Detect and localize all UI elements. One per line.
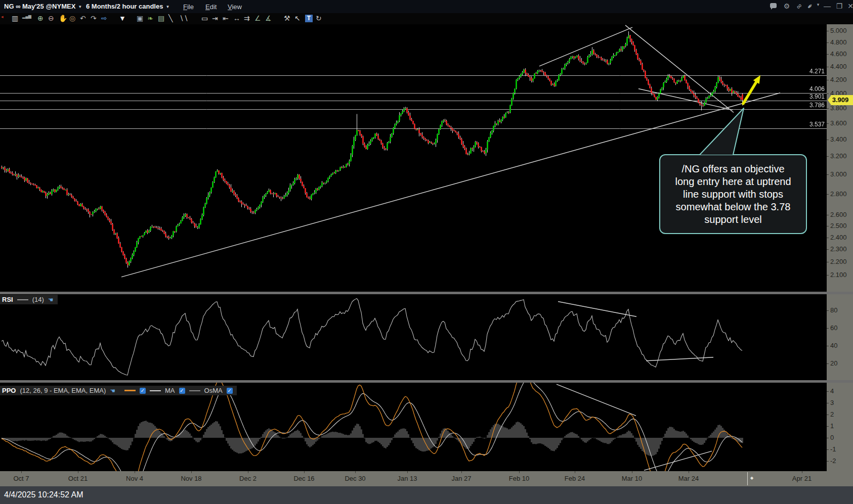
time-axis-tick-mark xyxy=(461,471,462,473)
ma-legend-label: MA xyxy=(165,387,175,394)
rsi-settings-icon[interactable]: ☚ xyxy=(48,296,54,303)
price-axis-tick: 4.400 xyxy=(830,63,847,70)
bar-spacing-icon[interactable]: ↔ xyxy=(233,14,240,22)
maximize-icon[interactable]: ❐ xyxy=(835,2,844,10)
ppo-checkbox[interactable]: ✓ xyxy=(140,388,146,394)
menu-item-edit[interactable]: Edit xyxy=(205,3,217,11)
timeframe-selector[interactable]: 6 Months/2 hour candles▼ xyxy=(86,3,169,10)
time-axis-label: Dec 30 xyxy=(345,475,365,482)
cursor-tool-icon[interactable]: ↖ xyxy=(294,14,301,22)
ppo-axis-tick-mark xyxy=(827,438,829,438)
ppo-axis-tick: 4 xyxy=(830,387,834,395)
level-label-4.271: 4.271 xyxy=(794,68,825,75)
zoom-in-icon[interactable]: ⊕ xyxy=(37,14,44,22)
callout-text-line: long entry here at uptrend xyxy=(675,175,791,188)
refresh-icon[interactable]: ↻ xyxy=(316,14,322,22)
level-label-3.537: 3.537 xyxy=(794,121,825,128)
price-axis-tick-mark xyxy=(827,215,829,215)
collapse-panel-icon[interactable]: ◂ xyxy=(1,14,4,19)
price-rsi-separator[interactable] xyxy=(0,292,853,294)
undo-icon[interactable]: ↶ xyxy=(80,14,86,22)
expand-bar-right-icon[interactable]: ⇥ xyxy=(212,14,218,22)
rsi-param: (14) xyxy=(32,296,44,303)
price-axis-tick: 4.600 xyxy=(830,50,847,58)
ppo-axis-tick: 3 xyxy=(830,399,834,406)
price-axis-tick: 2.300 xyxy=(830,245,847,253)
zoom-out-icon[interactable]: ⊖ xyxy=(48,14,54,22)
price-axis-tick-mark xyxy=(827,140,829,140)
price-axis-tick: 2.100 xyxy=(830,271,847,279)
session-separator-line xyxy=(747,472,748,485)
angle-tool-icon[interactable]: ∠ xyxy=(254,14,261,22)
level-label-3.901: 3.901 xyxy=(794,93,825,100)
sell-marker-icon[interactable]: ▼ xyxy=(119,14,126,22)
time-axis-tick-mark xyxy=(632,471,632,473)
osma-checkbox[interactable]: ✓ xyxy=(227,388,233,394)
pointer-arrow-icon[interactable]: ⇨ xyxy=(101,14,107,22)
price-axis-tick-mark xyxy=(827,156,829,157)
rectangle-tool-icon[interactable]: ▭ xyxy=(201,14,208,22)
close-icon[interactable]: ✕ xyxy=(846,2,853,10)
osma-line-sample xyxy=(189,390,200,391)
link-icon[interactable]: ∞ xyxy=(793,0,805,12)
ma-checkbox[interactable]: ✓ xyxy=(179,388,185,394)
time-axis-label: Apr 21 xyxy=(792,475,812,482)
crosshair-icon[interactable]: ◎ xyxy=(69,14,75,22)
price-axis-tick: 3.600 xyxy=(830,119,847,127)
multiline-tool-icon[interactable]: ∖∖ xyxy=(179,14,188,22)
ppo-settings-icon[interactable]: ☚ xyxy=(110,387,115,394)
price-axis-tick: 2.400 xyxy=(830,234,847,241)
chat-bubble-tail xyxy=(771,8,773,10)
pan-hand-icon[interactable]: ✋ xyxy=(59,14,67,22)
rsi-axis-tick-mark xyxy=(827,363,829,364)
ppo-axis-tick: -1 xyxy=(830,445,836,453)
rsi-panel-header[interactable]: RSI (14) ☚ xyxy=(0,295,58,304)
time-axis-tick-mark xyxy=(689,471,689,473)
expand-bar-left-icon[interactable]: ⇤ xyxy=(223,14,229,22)
time-axis-label: Feb 10 xyxy=(509,475,529,482)
time-axis-label: Mar 24 xyxy=(678,475,699,482)
gear-icon[interactable]: ⚙ xyxy=(782,2,791,10)
rsi-axis-tick: 60 xyxy=(830,324,837,332)
drawing-toolbar: ◂▥▂▄▆⊕⊖✋◎↶↷⇨▼▣❧▤╲∖∖▭⇥⇤↔⇉∠∡⚒↖T↻ xyxy=(0,13,853,24)
time-axis-label: Nov 18 xyxy=(181,475,201,482)
status-datetime: 4/4/2025 10:24:52 AM xyxy=(4,490,83,499)
wrench-icon[interactable]: ⚒ xyxy=(284,14,290,22)
annotation-callout[interactable]: /NG offers an objectivelong entry here a… xyxy=(659,154,807,234)
redo-icon[interactable]: ↷ xyxy=(91,14,97,22)
ppo-axis-tick-mark xyxy=(827,461,829,462)
strategy-icon[interactable]: ❧ xyxy=(147,14,153,22)
rsi-axis-tick: 40 xyxy=(830,342,837,349)
symbol-title[interactable]: NG ∞ May'25 @NYMEX▼ xyxy=(4,3,82,10)
session-diamond-icon: ◆ xyxy=(750,476,753,480)
grid-tool-icon[interactable]: ▤ xyxy=(158,14,164,22)
bar-chart-icon[interactable]: ▂▄▆ xyxy=(22,14,31,19)
candlestick-chart-icon[interactable]: ▥ xyxy=(12,14,18,22)
price-axis-tick-mark xyxy=(827,80,829,80)
text-tool-icon[interactable]: T xyxy=(305,15,313,22)
price-axis-tick-mark xyxy=(827,262,829,262)
ppo-axis-tick-mark xyxy=(827,449,829,450)
menu-item-view[interactable]: View xyxy=(228,3,242,11)
rsi-ppo-separator[interactable] xyxy=(0,380,853,383)
time-axis-tick-mark xyxy=(191,471,192,473)
time-axis-strip[interactable]: Oct 7Oct 21Nov 4Nov 18Dec 2Dec 16Dec 30J… xyxy=(0,471,853,486)
minimize-icon[interactable]: — xyxy=(823,2,832,10)
menu-item-file[interactable]: File xyxy=(183,3,194,11)
trendline-tool-icon[interactable]: ╲ xyxy=(168,14,173,22)
callout-text-line: line support with stops xyxy=(683,188,783,201)
time-axis-label: Jan 13 xyxy=(397,475,417,482)
note-tool-icon[interactable]: ▣ xyxy=(137,14,143,22)
rsi-axis-tick: 80 xyxy=(830,306,837,314)
pin-caret-icon[interactable]: ▾ xyxy=(814,2,823,7)
right-axis-strip[interactable]: 5.0004.8004.6004.4004.2004.0003.8003.600… xyxy=(827,24,853,471)
angle-tool-alt-icon[interactable]: ∡ xyxy=(265,14,272,22)
price-axis-tick-mark xyxy=(827,42,829,43)
symbol-dropdown-caret-icon[interactable]: ▼ xyxy=(78,5,82,9)
bar-width-icon[interactable]: ⇉ xyxy=(244,14,250,22)
ppo-axis-tick-mark xyxy=(827,426,829,427)
chart-canvas[interactable] xyxy=(0,0,853,504)
ppo-panel-header[interactable]: PPO (12, 26, 9 - EMA, EMA, EMA) ☚ ✓ MA ✓… xyxy=(0,386,237,395)
timeframe-dropdown-caret-icon[interactable]: ▼ xyxy=(165,5,169,9)
price-axis-tick-mark xyxy=(827,226,829,226)
